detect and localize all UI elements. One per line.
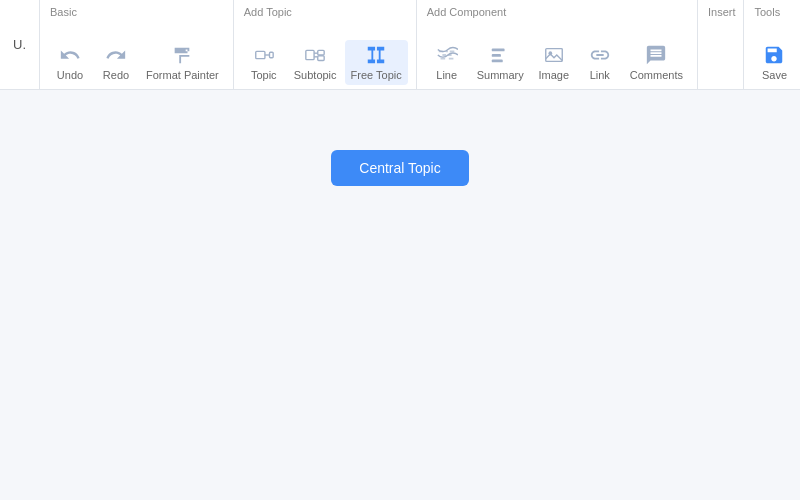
group-add-component-label: Add Component [425,6,689,18]
subtopic-button[interactable]: Subtopic [288,40,343,85]
undo-button[interactable]: Undo [48,40,92,85]
summary-label: Summary [477,69,524,81]
image-label: Image [538,69,569,81]
group-add-topic-items: Topic Subtopic Free To [242,22,408,85]
summary-icon [489,44,511,66]
link-button[interactable]: Link [578,40,622,85]
group-basic: Basic Undo Redo [40,0,234,89]
free-topic-button[interactable]: Free Topic [345,40,408,85]
group-insert: Insert [698,0,745,89]
free-topic-label: Free Topic [351,69,402,81]
summary-button[interactable]: Summary [471,40,530,85]
logo: U. [0,0,40,89]
subtopic-icon [304,44,326,66]
undo-label: Undo [57,69,83,81]
group-tools-label: Tools [752,6,800,18]
svg-rect-0 [256,51,265,58]
svg-rect-10 [492,60,503,63]
group-tools: Tools Save Fold [744,0,800,89]
group-add-topic-label: Add Topic [242,6,408,18]
image-icon [543,44,565,66]
svg-rect-9 [492,54,501,57]
topic-label: Topic [251,69,277,81]
image-button[interactable]: Image [532,40,576,85]
save-button[interactable]: Save [752,40,796,85]
svg-rect-7 [318,56,324,61]
svg-rect-3 [306,50,314,59]
toolbar: Basic Undo Redo [40,0,800,89]
group-basic-label: Basic [48,6,225,18]
subtopic-label: Subtopic [294,69,337,81]
svg-rect-11 [546,49,563,62]
group-add-component-items: Line Summary Image [425,22,689,85]
format-painter-icon [171,44,193,66]
group-insert-label: Insert [706,6,736,18]
comments-button[interactable]: Comments [624,40,689,85]
redo-label: Redo [103,69,129,81]
group-basic-items: Undo Redo Format Painter [48,22,225,85]
canvas-area: Central Topic [0,90,800,500]
format-painter-button[interactable]: Format Painter [140,40,225,85]
svg-rect-2 [269,52,273,58]
group-add-topic: Add Topic Topic [234,0,417,89]
format-painter-label: Format Painter [146,69,219,81]
comments-label: Comments [630,69,683,81]
save-label: Save [762,69,787,81]
line-button[interactable]: Line [425,40,469,85]
group-tools-items: Save Fold [752,22,800,85]
redo-button[interactable]: Redo [94,40,138,85]
svg-rect-8 [492,49,505,52]
save-icon [763,44,785,66]
line-icon [436,44,458,66]
link-label: Link [590,69,610,81]
redo-icon [105,44,127,66]
group-insert-items [706,22,736,85]
topic-button[interactable]: Topic [242,40,286,85]
comments-icon [645,44,667,66]
link-icon [589,44,611,66]
toolbar-container: U. Basic Undo Redo [0,0,800,90]
topic-icon [253,44,275,66]
line-label: Line [436,69,457,81]
free-topic-icon [365,44,387,66]
undo-icon [59,44,81,66]
central-topic-button[interactable]: Central Topic [331,150,468,186]
group-add-component: Add Component Line Summa [417,0,698,89]
svg-rect-6 [318,50,324,55]
